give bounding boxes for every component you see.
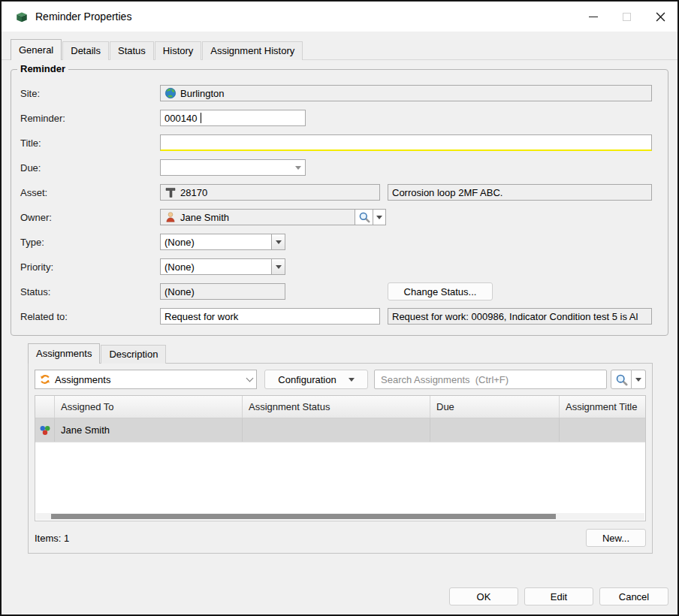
ok-button[interactable]: OK bbox=[449, 587, 518, 605]
owner-picker: Jane Smith bbox=[160, 209, 386, 225]
reminder-properties-dialog: Reminder Properties General Details Stat… bbox=[0, 0, 679, 616]
priority-dropdown-arrow[interactable] bbox=[271, 259, 285, 274]
view-selector-value: Assignments bbox=[55, 374, 110, 385]
due-label: Due: bbox=[19, 162, 160, 174]
related-to-description: Request for work: 000986, Indicator Cond… bbox=[392, 311, 638, 322]
minimize-button[interactable] bbox=[576, 2, 610, 32]
tab-status[interactable]: Status bbox=[110, 41, 154, 60]
search-options-dropdown[interactable] bbox=[632, 370, 646, 389]
groupbox-legend: Reminder bbox=[17, 63, 68, 74]
owner-dropdown-button[interactable] bbox=[373, 209, 386, 225]
dialog-footer: OK Edit Cancel bbox=[2, 587, 677, 614]
asset-row: Asset: 28170 Corrosion loop 2MF ABC. bbox=[19, 184, 659, 201]
minimize-icon bbox=[589, 17, 598, 17]
maximize-button[interactable] bbox=[610, 2, 644, 32]
assignments-search-input[interactable] bbox=[374, 370, 607, 389]
priority-value: (None) bbox=[161, 259, 271, 274]
asset-value: 28170 bbox=[180, 187, 207, 198]
search-button[interactable] bbox=[611, 370, 632, 389]
magnifier-icon bbox=[358, 211, 370, 223]
related-to-label: Related to: bbox=[19, 311, 160, 322]
edit-button[interactable]: Edit bbox=[524, 587, 593, 605]
title-label: Title: bbox=[19, 137, 160, 149]
reminder-input[interactable]: 000140 bbox=[160, 110, 306, 126]
owner-search-button[interactable] bbox=[355, 209, 373, 225]
dropdown-arrow-icon bbox=[295, 166, 301, 170]
related-to-value: Request for work bbox=[164, 311, 238, 322]
app-icon bbox=[15, 10, 29, 23]
title-bar: Reminder Properties bbox=[2, 2, 677, 32]
person-icon bbox=[164, 211, 177, 223]
column-header-icon[interactable] bbox=[35, 396, 55, 418]
column-header-due[interactable]: Due bbox=[430, 396, 560, 418]
close-button[interactable] bbox=[644, 2, 677, 32]
assignments-pane: Assignments Configuration bbox=[28, 363, 653, 554]
assignment-row-icon bbox=[39, 424, 51, 436]
tab-history[interactable]: History bbox=[155, 41, 201, 60]
status-row: Status: (None) Change Status... bbox=[19, 283, 659, 300]
type-value: (None) bbox=[161, 234, 271, 249]
site-row: Site: Burlington bbox=[19, 85, 659, 101]
asset-description: Corrosion loop 2MF ABC. bbox=[392, 187, 502, 198]
type-dropdown-arrow[interactable] bbox=[271, 234, 285, 249]
configuration-button[interactable]: Configuration bbox=[264, 370, 368, 389]
scrollbar-thumb[interactable] bbox=[51, 514, 556, 519]
related-to-description-field: Request for work: 000986, Indicator Cond… bbox=[388, 308, 652, 325]
items-status-row: Items: 1 New... bbox=[35, 529, 646, 547]
owner-value: Jane Smith bbox=[180, 212, 229, 223]
reminder-label: Reminder: bbox=[19, 113, 160, 124]
dropdown-arrow-icon bbox=[276, 265, 282, 269]
priority-label: Priority: bbox=[19, 261, 160, 273]
column-header-assignment-title[interactable]: Assignment Title bbox=[560, 396, 645, 418]
dropdown-arrow-icon bbox=[635, 378, 641, 382]
assignments-table: Assigned To Assignment Status Due Assign… bbox=[35, 395, 646, 521]
tab-details[interactable]: Details bbox=[62, 41, 109, 60]
tab-description[interactable]: Description bbox=[101, 345, 166, 364]
column-header-assignment-status[interactable]: Assignment Status bbox=[243, 396, 430, 418]
new-button[interactable]: New... bbox=[586, 529, 646, 547]
cancel-button[interactable]: Cancel bbox=[599, 587, 668, 605]
close-icon bbox=[656, 12, 665, 22]
reminder-value: 000140 bbox=[164, 113, 197, 124]
status-label: Status: bbox=[19, 286, 160, 297]
site-field: Burlington bbox=[160, 85, 652, 101]
window-title: Reminder Properties bbox=[35, 11, 131, 23]
site-value: Burlington bbox=[180, 88, 225, 99]
due-value bbox=[161, 160, 291, 175]
tab-assignment-history[interactable]: Assignment History bbox=[202, 41, 303, 60]
type-label: Type: bbox=[19, 237, 160, 248]
type-combobox[interactable]: (None) bbox=[160, 234, 285, 250]
asset-icon bbox=[164, 186, 177, 198]
reminder-groupbox: Reminder Site: Burlington Reminder: 0001… bbox=[11, 69, 668, 336]
column-header-assigned-to[interactable]: Assigned To bbox=[55, 396, 243, 418]
window-controls bbox=[576, 2, 677, 32]
cell-due bbox=[430, 418, 560, 442]
owner-field[interactable]: Jane Smith bbox=[160, 209, 355, 225]
due-combobox[interactable] bbox=[160, 159, 306, 176]
cell-assignment-title bbox=[560, 418, 645, 442]
tab-general[interactable]: General bbox=[11, 39, 62, 60]
site-label: Site: bbox=[19, 88, 160, 99]
view-selector-arrow[interactable] bbox=[243, 370, 256, 388]
horizontal-scrollbar[interactable] bbox=[36, 513, 644, 520]
priority-combobox[interactable]: (None) bbox=[160, 258, 285, 275]
cell-assignment-status bbox=[243, 418, 430, 442]
assignments-tab-strip: Assignments Description bbox=[28, 343, 653, 364]
title-input[interactable] bbox=[160, 134, 652, 151]
related-to-field[interactable]: Request for work bbox=[160, 308, 380, 325]
view-selector-combobox[interactable]: Assignments bbox=[35, 370, 257, 389]
assignments-view-icon bbox=[39, 373, 51, 385]
type-row: Type: (None) bbox=[19, 234, 659, 250]
title-row: Title: bbox=[19, 134, 659, 151]
items-count: Items: 1 bbox=[35, 533, 69, 544]
table-header: Assigned To Assignment Status Due Assign… bbox=[35, 396, 645, 418]
chevron-down-icon bbox=[246, 375, 253, 382]
status-value: (None) bbox=[164, 286, 195, 297]
magnifier-icon bbox=[615, 373, 628, 386]
tab-assignments[interactable]: Assignments bbox=[28, 343, 100, 364]
status-field: (None) bbox=[160, 283, 285, 300]
change-status-button[interactable]: Change Status... bbox=[388, 282, 493, 300]
globe-icon bbox=[164, 87, 177, 99]
due-dropdown-arrow[interactable] bbox=[291, 160, 305, 175]
table-row[interactable]: Jane Smith bbox=[35, 418, 645, 442]
